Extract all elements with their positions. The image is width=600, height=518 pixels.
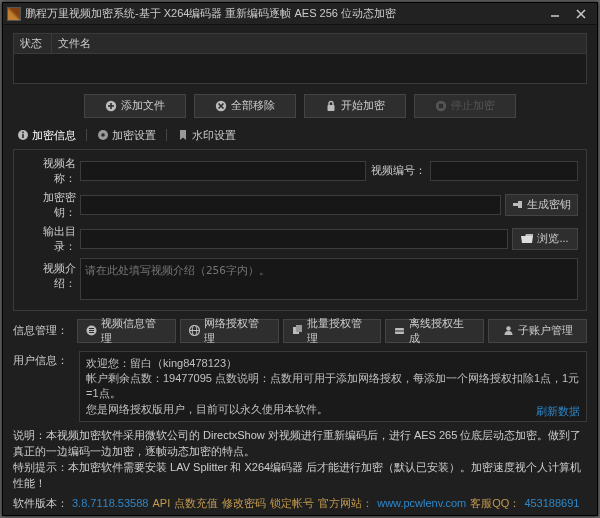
version-label: 软件版本：	[13, 496, 68, 511]
gear-icon	[97, 129, 109, 141]
output-dir-input[interactable]	[80, 229, 508, 249]
generate-key-button[interactable]: 生成密钥	[505, 194, 578, 216]
user-info-label: 用户信息：	[13, 351, 73, 423]
offline-icon	[394, 325, 405, 336]
svg-rect-27	[296, 325, 302, 332]
gen-key-label: 生成密钥	[527, 197, 571, 212]
file-list-table: 状态 文件名	[13, 33, 587, 84]
refresh-data-link[interactable]: 刷新数据	[536, 404, 580, 419]
tab-encrypt-settings[interactable]: 加密设置	[93, 126, 160, 145]
bookmark-icon	[177, 129, 189, 141]
stop-encrypt-button: 停止加密	[414, 94, 516, 118]
svg-point-16	[101, 133, 105, 137]
svg-rect-14	[22, 132, 24, 134]
browse-label: 浏览...	[537, 231, 568, 246]
users-icon	[503, 325, 514, 336]
add-file-label: 添加文件	[121, 98, 165, 113]
encrypt-key-input[interactable]	[80, 195, 501, 215]
change-password-link[interactable]: 修改密码	[222, 496, 266, 511]
svg-rect-13	[22, 134, 24, 138]
svg-rect-21	[89, 330, 94, 331]
folder-icon	[521, 234, 533, 244]
description-line1: 说明：本视频加密软件采用微软公司的 DirectxShow 对视频进行重新编码后…	[13, 428, 587, 460]
globe-icon	[189, 325, 200, 336]
tab-info-label: 加密信息	[32, 128, 76, 143]
add-file-button[interactable]: 添加文件	[84, 94, 186, 118]
list-icon	[86, 325, 97, 336]
website-link[interactable]: www.pcwlenv.com	[377, 497, 466, 509]
lock-account-link[interactable]: 锁定帐号	[270, 496, 314, 511]
window-title: 鹏程万里视频加密系统-基于 X264编码器 重新编码逐帧 AES 256 位动态…	[25, 6, 543, 21]
net-auth-label: 网络授权管理	[204, 316, 270, 346]
tab-watermark[interactable]: 水印设置	[173, 126, 240, 145]
version-value: 3.8.7118.53588	[72, 497, 148, 509]
batch-icon	[292, 325, 303, 336]
video-desc-label: 视频介绍：	[22, 258, 76, 291]
offline-auth-label: 离线授权生成	[409, 316, 475, 346]
svg-point-30	[506, 326, 510, 330]
svg-rect-17	[513, 203, 518, 206]
plus-circle-icon	[105, 100, 117, 112]
api-link[interactable]: API	[152, 497, 170, 509]
sub-account-button[interactable]: 子账户管理	[488, 319, 587, 343]
user-points: 帐户剩余点数：19477095 点数说明：点数用可用于添加网络授权，每添加一个网…	[86, 371, 580, 402]
qq-label: 客服QQ：	[470, 496, 520, 511]
info-icon	[17, 129, 29, 141]
video-name-input[interactable]	[80, 161, 366, 181]
svg-rect-20	[89, 328, 94, 329]
stop-circle-icon	[435, 100, 447, 112]
lock-icon	[325, 100, 337, 112]
video-number-label: 视频编号：	[370, 163, 426, 178]
sub-account-label: 子账户管理	[518, 323, 573, 338]
net-auth-mgmt-button[interactable]: 网络授权管理	[180, 319, 279, 343]
close-button[interactable]	[569, 6, 593, 22]
recharge-link[interactable]: 点数充值	[174, 496, 218, 511]
tab-encrypt-info[interactable]: 加密信息	[13, 126, 80, 145]
svg-rect-22	[89, 332, 94, 333]
batch-auth-button[interactable]: 批量授权管理	[283, 319, 382, 343]
tab-watermark-label: 水印设置	[192, 128, 236, 143]
user-license: 您是网络授权版用户，目前可以永久使用本软件。	[86, 402, 580, 417]
start-encrypt-label: 开始加密	[341, 98, 385, 113]
minimize-button[interactable]	[543, 6, 567, 22]
video-info-mgmt-button[interactable]: 视频信息管理	[77, 319, 176, 343]
output-dir-label: 输出目录：	[22, 224, 76, 254]
description-line2: 特别提示：本加密软件需要安装 LAV Splitter 和 X264编码器 后才…	[13, 460, 587, 492]
tab-settings-label: 加密设置	[112, 128, 156, 143]
remove-all-button[interactable]: 全部移除	[194, 94, 296, 118]
video-info-mgmt-label: 视频信息管理	[101, 316, 167, 346]
site-label: 官方网站：	[318, 496, 373, 511]
encrypt-info-panel: 视频名称： 视频编号： 加密密钥： 生成密钥 输出目录： 浏览...	[13, 149, 587, 311]
stop-encrypt-label: 停止加密	[451, 98, 495, 113]
app-icon	[7, 7, 21, 21]
offline-auth-button[interactable]: 离线授权生成	[385, 319, 484, 343]
svg-rect-11	[439, 103, 443, 107]
remove-all-label: 全部移除	[231, 98, 275, 113]
encrypt-key-label: 加密密钥：	[22, 190, 76, 220]
x-circle-icon	[215, 100, 227, 112]
svg-rect-18	[518, 201, 522, 208]
video-number-input[interactable]	[430, 161, 578, 181]
batch-auth-label: 批量授权管理	[307, 316, 373, 346]
col-filename[interactable]: 文件名	[52, 34, 586, 53]
video-desc-input[interactable]	[80, 258, 578, 300]
browse-button[interactable]: 浏览...	[512, 228, 578, 250]
col-status[interactable]: 状态	[14, 34, 52, 53]
info-mgmt-label: 信息管理：	[13, 323, 73, 338]
video-name-label: 视频名称：	[22, 156, 76, 186]
qq-link[interactable]: 453188691	[524, 497, 579, 509]
start-encrypt-button[interactable]: 开始加密	[304, 94, 406, 118]
user-info-box: 欢迎您：留白（king8478123） 帐户剩余点数：19477095 点数说明…	[79, 351, 587, 423]
user-welcome: 欢迎您：留白（king8478123）	[86, 356, 580, 371]
svg-rect-9	[328, 105, 335, 111]
key-icon	[512, 199, 523, 210]
